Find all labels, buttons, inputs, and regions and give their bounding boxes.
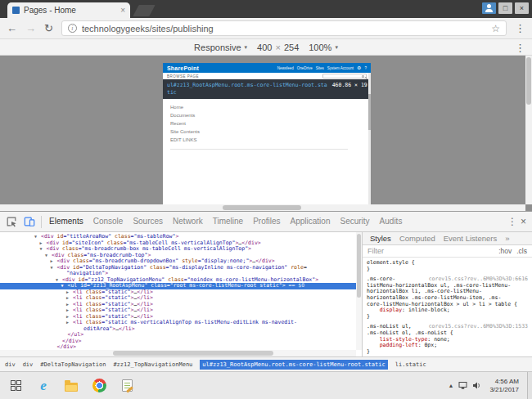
twisty-expanded-icon[interactable]: ▼ (61, 283, 68, 289)
devtools-tab-audits[interactable]: Audits (375, 212, 408, 231)
browser-menu-icon[interactable]: ⋮ (515, 23, 525, 34)
suite-link[interactable]: Sites (316, 66, 324, 70)
breadcrumb-item[interactable]: div (23, 361, 34, 368)
forward-icon[interactable]: → (25, 23, 36, 34)
browser-tab[interactable]: Pages - Home × (7, 2, 130, 18)
tab-close-icon[interactable]: × (120, 7, 125, 15)
css-rule-line[interactable]: display: inline-block; (367, 307, 528, 314)
devtools-tab-profiles[interactable]: Profiles (248, 212, 285, 231)
twisty-collapsed-icon[interactable]: ▶ (66, 307, 73, 314)
ribbon-tabs[interactable]: BROWSE PAGE (167, 74, 199, 78)
tray-expand-icon[interactable]: ▲ (448, 383, 453, 388)
page-nav-link[interactable]: Recent (170, 121, 363, 126)
viewport-height-input[interactable]: 254 (284, 43, 299, 52)
new-tab-button[interactable] (133, 5, 155, 16)
twisty-expanded-icon[interactable]: ▼ (56, 277, 62, 284)
help-icon[interactable]: ? (364, 66, 367, 70)
breadcrumb-item[interactable]: #zz12_TopNavigationMenu (113, 361, 192, 368)
zoom-select[interactable]: 100% ▾ (309, 43, 338, 52)
breadcrumb-item[interactable]: ul#zz13_RootAspMenu.root.ms-core-listMen… (200, 360, 387, 370)
twisty-collapsed-icon[interactable]: ▶ (66, 320, 73, 326)
hover-state-toggle[interactable]: :hov (498, 247, 512, 255)
devtools-tree-node[interactable]: ▶<li class="static">…</li> (0, 295, 362, 302)
back-icon[interactable]: ← (7, 23, 17, 34)
page-search-box[interactable] (322, 74, 367, 78)
page-nav-link[interactable]: Home (170, 105, 363, 110)
devtools-tab-security[interactable]: Security (335, 212, 374, 231)
address-bar[interactable]: i technologygeeks/sites/publishing ☆ (61, 20, 507, 36)
devtools-tab-application[interactable]: Application (286, 212, 336, 231)
inspect-element-icon[interactable] (2, 213, 20, 231)
page-nav-link[interactable]: Documents (170, 113, 363, 118)
elements-horizontal-scrollbar[interactable] (0, 350, 356, 356)
show-desktop-button[interactable] (527, 372, 532, 399)
page-scrollbar[interactable] (368, 73, 371, 204)
css-rule-line[interactable]: } (367, 349, 528, 356)
taskbar-file-explorer-button[interactable] (57, 372, 85, 399)
devtools-tab-elements[interactable]: Elements (44, 212, 88, 231)
twisty-collapsed-icon[interactable]: ▶ (51, 258, 57, 265)
profile-avatar-button[interactable] (482, 2, 496, 14)
devtools-tree-node[interactable]: </ul> (0, 332, 362, 338)
css-rule-line[interactable]: } (367, 314, 528, 321)
page-nav-link[interactable]: Site Contents (170, 129, 363, 134)
breadcrumb-item[interactable]: div (5, 361, 16, 368)
twisty-collapsed-icon[interactable]: ▶ (66, 295, 73, 302)
account-menu[interactable]: System Account (327, 66, 354, 70)
gear-icon[interactable]: ⚙ (357, 65, 361, 70)
devtools-tab-network[interactable]: Network (168, 212, 208, 231)
devtools-tab-timeline[interactable]: Timeline (208, 212, 248, 231)
devtools-tab-console[interactable]: Console (88, 212, 128, 231)
devtools-tree-node-selected[interactable]: ▼<ul id="zz13_RootAspMenu" class="root m… (0, 283, 362, 289)
css-rule-line[interactable]: element.style { (367, 260, 528, 267)
breadcrumb-item[interactable]: li.static (395, 361, 426, 368)
twisty-expanded-icon[interactable]: ▼ (51, 265, 57, 271)
devtools-tree-node[interactable]: </div> (0, 338, 362, 345)
devtools-tree-node[interactable]: ▶<li class="static">…</li> (0, 307, 362, 314)
class-toggle[interactable]: .cls (516, 247, 527, 255)
window-close-button[interactable]: × (515, 2, 529, 14)
maximize-button[interactable]: □ (498, 2, 512, 14)
styles-filter-input[interactable]: Filter (367, 247, 384, 255)
volume-icon[interactable] (472, 379, 481, 393)
twisty-collapsed-icon[interactable]: ▶ (40, 240, 47, 247)
viewport-width-input[interactable]: 400 (257, 43, 272, 52)
taskbar-chrome-button[interactable] (85, 372, 113, 399)
network-icon[interactable] (458, 379, 467, 393)
device-toolbar-menu-icon[interactable]: ⋮ (515, 43, 525, 53)
devtools-tab-sources[interactable]: Sources (128, 212, 168, 231)
css-rule-line[interactable]: padding-left: 0px; (367, 343, 528, 349)
taskbar-notes-button[interactable] (113, 372, 141, 399)
viewport-vertical-scrollbar[interactable] (525, 56, 532, 204)
suite-link[interactable]: OneDrive (297, 66, 313, 70)
styles-tab-computed[interactable]: Computed (395, 232, 440, 244)
reload-icon[interactable]: ↻ (44, 23, 53, 34)
styles-tab-event-listeners[interactable]: Event Listeners (440, 232, 501, 244)
twisty-expanded-icon[interactable]: ▼ (34, 234, 41, 240)
devtools-tree-node[interactable]: ▼<div id="DeltaTopNavigation" class="ms-… (0, 265, 362, 271)
clock[interactable]: 4:56 AM 3/21/2017 (486, 378, 522, 394)
elements-vertical-scrollbar[interactable] (356, 232, 362, 350)
styles-tab-styles[interactable]: Styles (366, 232, 395, 244)
twisty-collapsed-icon[interactable]: ▶ (66, 289, 73, 296)
device-mode-select[interactable]: Responsive ▾ (194, 43, 247, 52)
styles-tab--[interactable]: » (501, 232, 513, 244)
devtools-tree-node[interactable]: ▶<li class="static">…</li> (0, 289, 362, 296)
page-info-icon[interactable]: i (68, 24, 77, 33)
twisty-collapsed-icon[interactable]: ▶ (66, 302, 73, 308)
start-button[interactable] (2, 372, 29, 399)
viewport-horizontal-scrollbar[interactable] (0, 204, 525, 211)
page-nav-link[interactable]: EDIT LINKS (170, 137, 363, 142)
devtools-tree-node[interactable]: editArea">…</li> (0, 326, 362, 333)
twisty-expanded-icon[interactable]: ▼ (45, 253, 52, 259)
css-rule-line[interactable]: } (367, 267, 528, 273)
twisty-collapsed-icon[interactable]: ▶ (66, 314, 73, 321)
device-toolbar-toggle-icon[interactable] (20, 213, 38, 231)
devtools-menu-icon[interactable]: ⋮ (507, 217, 517, 226)
address-url[interactable]: technologygeeks/sites/publishing (82, 24, 486, 34)
devtools-tree-node[interactable]: ▶<li class="static ms-verticalAlignTop m… (0, 320, 362, 326)
taskbar-internet-explorer-button[interactable]: e (29, 372, 57, 399)
bookmark-star-icon[interactable]: ☆ (491, 24, 500, 34)
twisty-expanded-icon[interactable]: ▼ (40, 246, 47, 253)
devtools-close-icon[interactable]: × (521, 217, 526, 226)
